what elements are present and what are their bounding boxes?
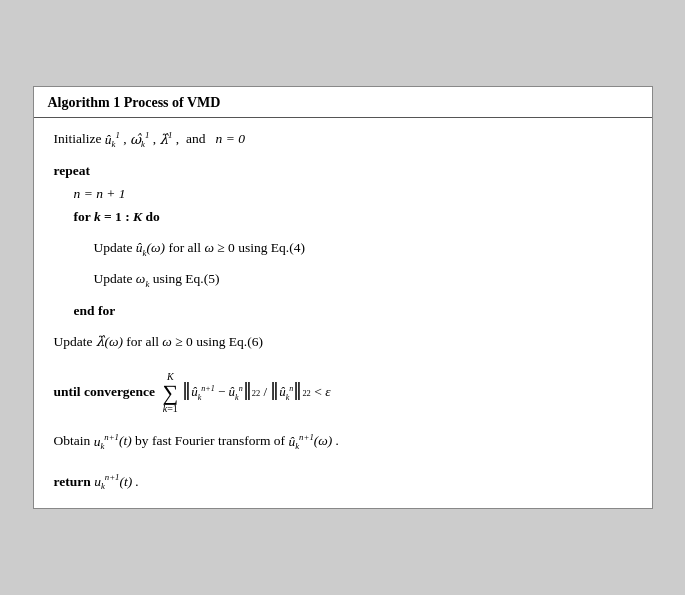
spacer7 xyxy=(54,414,632,422)
spacer7b xyxy=(54,422,632,430)
end-for-line: end for xyxy=(74,300,632,323)
spacer6b xyxy=(54,362,632,370)
repeat-label: repeat xyxy=(54,160,91,183)
norm-open2: ‖ xyxy=(270,381,279,399)
repeat-line: repeat xyxy=(54,160,632,183)
n-equals-0: n = 0 xyxy=(216,128,245,151)
update-uk-label: Update xyxy=(94,237,136,260)
spacer6 xyxy=(54,354,632,362)
algorithm-title: Algorithm 1 Process of VMD xyxy=(48,95,221,110)
return-t: (t) . xyxy=(119,471,139,494)
spacer8b xyxy=(54,462,632,470)
update-uk-suffix: (ω) xyxy=(147,237,169,260)
update-wk-line: Update ωk using Eq.(5) xyxy=(94,268,632,292)
and-label: , and xyxy=(172,128,215,151)
sigma-sub: k=1 xyxy=(163,404,178,414)
obtain-omega: (ω) . xyxy=(314,430,339,453)
spacer3 xyxy=(54,260,632,268)
comma1: , xyxy=(120,128,130,151)
u-hat-k-n1: ûkn+1 xyxy=(288,430,313,454)
n-update-line: n = n + 1 xyxy=(74,183,632,206)
u-hat-k: ûk xyxy=(136,237,147,261)
until-label: until convergence xyxy=(54,381,159,404)
u-k-n1: ukn+1 xyxy=(94,430,119,454)
spacer2 xyxy=(54,229,632,237)
omega-hat-var: ω̂k1 xyxy=(130,128,149,152)
return-line: return ukn+1 (t) . xyxy=(54,470,632,494)
norm-close2: ‖ xyxy=(293,381,302,399)
end-for-label: end for xyxy=(74,300,116,323)
algorithm-header: Algorithm 1 Process of VMD xyxy=(34,87,652,118)
u-hat-n2: ûkn xyxy=(279,381,293,404)
lambda-hat: λ̂ xyxy=(96,331,105,354)
u-hat-n: ûkn xyxy=(229,381,243,404)
comma2: , xyxy=(149,128,159,151)
norm-expr: ‖ ûkn+1 − ûkn ‖ 2 2 / ‖ ûkn ‖ xyxy=(182,381,311,404)
norm-open1: ‖ xyxy=(182,381,191,399)
update-uk-text: for all ω ≥ 0 using Eq.(4) xyxy=(168,237,305,260)
update-lambda-line: Update λ̂ (ω) for all ω ≥ 0 using Eq.(6) xyxy=(54,331,632,354)
obtain-label: Obtain xyxy=(54,430,94,453)
obtain-line: Obtain ukn+1 (t) by fast Fourier transfo… xyxy=(54,430,632,454)
for-line: for k = 1 : K do xyxy=(74,206,632,229)
division-slash: / xyxy=(260,381,270,403)
sigma-block: K ∑ k=1 xyxy=(162,372,178,414)
sigma-symbol: ∑ xyxy=(162,382,178,404)
spacer8 xyxy=(54,454,632,462)
lambda-hat-var: λ̂1 xyxy=(159,128,172,151)
algorithm-box: Algorithm 1 Process of VMD Initialize ûk… xyxy=(33,86,653,509)
return-label: return xyxy=(54,471,95,494)
return-u: ukn+1 xyxy=(94,470,119,494)
until-line: until convergence K ∑ k=1 ‖ ûkn+1 − ûkn … xyxy=(54,372,632,414)
u-hat-var: ûk1 xyxy=(105,128,120,152)
obtain-t: (t) xyxy=(119,430,135,453)
spacer1 xyxy=(54,152,632,160)
obtain-text: by fast Fourier transform of xyxy=(135,430,288,453)
minus-sign: − xyxy=(215,381,229,403)
update-wk-label: Update ωk using Eq.(5) xyxy=(94,268,220,292)
n-update: n = n + 1 xyxy=(74,183,126,206)
update-lambda-label: Update xyxy=(54,331,96,354)
initialize-label: Initialize xyxy=(54,128,105,151)
update-lambda-text: for all ω ≥ 0 using Eq.(6) xyxy=(126,331,263,354)
u-hat-n1: ûkn+1 xyxy=(191,381,215,404)
spacer4 xyxy=(54,292,632,300)
initialize-line: Initialize ûk1 , ω̂k1 , λ̂1 , and n = 0 xyxy=(54,128,632,152)
norm-close1: ‖ xyxy=(243,381,252,399)
update-lambda-suffix: (ω) xyxy=(104,331,126,354)
update-uk-line: Update ûk (ω) for all ω ≥ 0 using Eq.(4) xyxy=(94,237,632,261)
spacer5 xyxy=(54,323,632,331)
for-label: for k = 1 : K do xyxy=(74,206,160,229)
algorithm-body: Initialize ûk1 , ω̂k1 , λ̂1 , and n = 0 … xyxy=(34,118,652,508)
convergence-lt: < ε xyxy=(311,381,331,404)
